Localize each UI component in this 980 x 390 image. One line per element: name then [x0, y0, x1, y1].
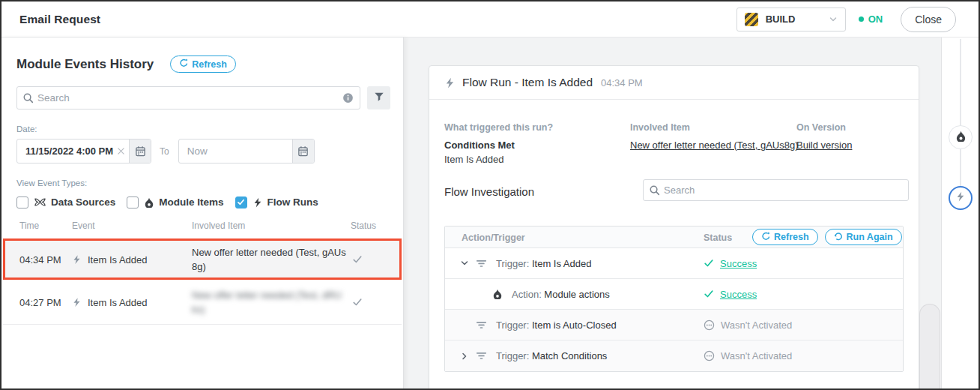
step-status-label[interactable]: Success	[720, 289, 757, 300]
flow-step-row[interactable]: Action: Module actions Success	[445, 279, 903, 310]
event-type-filter-module-items[interactable]: Module Items	[127, 196, 223, 208]
on-status-dot	[859, 16, 864, 22]
event-type-label: Module Items	[159, 196, 223, 208]
funnel-filter-icon	[374, 92, 384, 104]
events-search-input[interactable]	[16, 86, 360, 110]
calendar-icon[interactable]	[292, 140, 314, 163]
flame-icon	[144, 197, 154, 208]
hazard-stripes-icon	[745, 13, 758, 26]
step-name: Item is Auto-Closed	[532, 320, 617, 331]
chevron-down-icon[interactable]	[460, 259, 471, 268]
triggered-value-secondary: Item Is Added	[444, 154, 553, 165]
run-again-label: Run Again	[847, 232, 893, 242]
flow-run-node-selected[interactable]	[949, 186, 973, 210]
investigation-search-input[interactable]	[643, 179, 909, 201]
involved-item-link[interactable]: New offer letter needed (Test, gAUs8g)	[630, 140, 799, 151]
events-table-header: Time Event Involved Item Status	[1, 220, 403, 238]
flow-run-summary: What triggered this run? Conditions Met …	[429, 100, 919, 176]
flow-step-row[interactable]: Trigger: Match Conditions Wasn't Activat…	[445, 340, 903, 371]
date-label: Date:	[1, 110, 403, 134]
col-status: Status	[351, 220, 376, 231]
flame-icon	[955, 130, 967, 145]
step-status-label[interactable]: Success	[720, 258, 757, 269]
flow-step-row[interactable]: Trigger: Item Is Added Success	[445, 248, 903, 279]
flow-run-area: Flow Run - Item Is Added 04:34 PM What t…	[404, 38, 941, 388]
step-type: Trigger:	[496, 258, 532, 269]
chevron-right-icon[interactable]	[460, 352, 471, 361]
module-item-node[interactable]	[949, 125, 973, 149]
success-check-icon	[704, 258, 714, 268]
triggered-label: What triggered this run?	[444, 122, 553, 133]
event-type-filters: Data Sources Module Items Flow Runs	[1, 188, 403, 208]
refresh-button[interactable]: Refresh	[170, 56, 236, 73]
events-table: Time Event Involved Item Status 04:34 PM…	[1, 220, 403, 325]
checkbox[interactable]	[235, 196, 247, 208]
header-controls: BUILD ON Close	[736, 7, 956, 32]
run-timeline-rail	[941, 38, 979, 388]
search-icon	[649, 184, 660, 196]
date-from-value: 11/15/2022 4:00 PM	[17, 140, 118, 163]
lightning-icon	[72, 297, 82, 307]
refresh-button[interactable]: Refresh	[752, 229, 818, 245]
step-status: Wasn't Activated	[704, 310, 792, 340]
flow-investigation-title: Flow Investigation	[444, 185, 534, 198]
event-type-filter-flow-runs[interactable]: Flow Runs	[235, 196, 318, 208]
run-again-icon	[834, 232, 843, 243]
date-to-field[interactable]: Now	[178, 139, 315, 164]
step-status-label[interactable]: Wasn't Activated	[721, 320, 792, 331]
col-involved-item: Involved Item	[192, 220, 245, 231]
environment-select[interactable]: BUILD	[736, 8, 846, 32]
event-name: Item Is Added	[88, 254, 148, 265]
date-from-field[interactable]: 11/15/2022 4:00 PM	[16, 139, 151, 164]
involved-item: New offer letter needed (Test, dRU ks)	[192, 288, 348, 316]
funnel-icon	[476, 350, 487, 362]
step-status: Wasn't Activated	[704, 340, 792, 371]
filter-button[interactable]	[367, 86, 390, 110]
col-event: Event	[72, 220, 95, 231]
email-request-window: Email Request BUILD ON Close Module Even…	[0, 0, 980, 390]
checkbox[interactable]	[16, 196, 28, 208]
step-type: Action:	[512, 289, 544, 300]
lightning-icon	[72, 254, 82, 264]
vertical-scrollbar[interactable]	[919, 304, 940, 388]
flow-step-row[interactable]: Trigger: Item is Auto-Closed Wasn't Acti…	[445, 310, 903, 340]
success-check-icon	[704, 289, 714, 299]
on-version-label: On Version	[796, 122, 852, 133]
col-time: Time	[19, 220, 39, 231]
module-on-toggle[interactable]: ON	[859, 14, 883, 25]
info-icon[interactable]	[342, 92, 354, 104]
close-button[interactable]: Close	[901, 7, 956, 32]
flow-table-header: Action/Trigger Status Refresh	[445, 226, 903, 248]
lightning-icon	[955, 191, 966, 205]
refresh-label: Refresh	[192, 59, 227, 70]
top-header: Email Request BUILD ON Close	[1, 2, 979, 38]
checkbox[interactable]	[127, 196, 139, 208]
event-type-filter-data-sources[interactable]: Data Sources	[16, 196, 115, 208]
step-status: Success	[704, 279, 757, 309]
event-cell: Item Is Added	[72, 254, 148, 265]
event-time: 04:34 PM	[19, 254, 61, 265]
step-type: Trigger:	[496, 350, 532, 362]
timeline-connector	[960, 39, 961, 200]
step-name: Match Conditions	[532, 350, 607, 362]
step-status-label[interactable]: Wasn't Activated	[721, 350, 792, 362]
clear-date-icon[interactable]	[118, 140, 129, 163]
event-row[interactable]: 04:27 PM Item Is Added New offer letter …	[3, 280, 402, 325]
col-action-trigger: Action/Trigger	[462, 232, 525, 243]
flow-run-title: Flow Run - Item Is Added	[462, 76, 593, 89]
status-check-icon	[352, 254, 363, 265]
panel-title: Module Events History	[16, 57, 154, 72]
calendar-icon[interactable]	[129, 140, 151, 163]
step-name: Module actions	[544, 289, 609, 300]
data-source-icon	[34, 196, 46, 208]
date-to-placeholder: Now	[179, 140, 292, 163]
flow-run-card-header: Flow Run - Item Is Added 04:34 PM	[429, 66, 919, 100]
build-version-link[interactable]: Build version	[796, 140, 852, 151]
event-type-label: Data Sources	[51, 196, 115, 208]
funnel-icon	[476, 258, 487, 269]
run-again-button[interactable]: Run Again	[825, 229, 902, 245]
status-check-icon	[352, 297, 363, 308]
involved-item-label: Involved Item	[630, 122, 799, 133]
col-status: Status	[704, 232, 732, 243]
event-row[interactable]: 04:34 PM Item Is Added New offer letter …	[3, 238, 402, 280]
